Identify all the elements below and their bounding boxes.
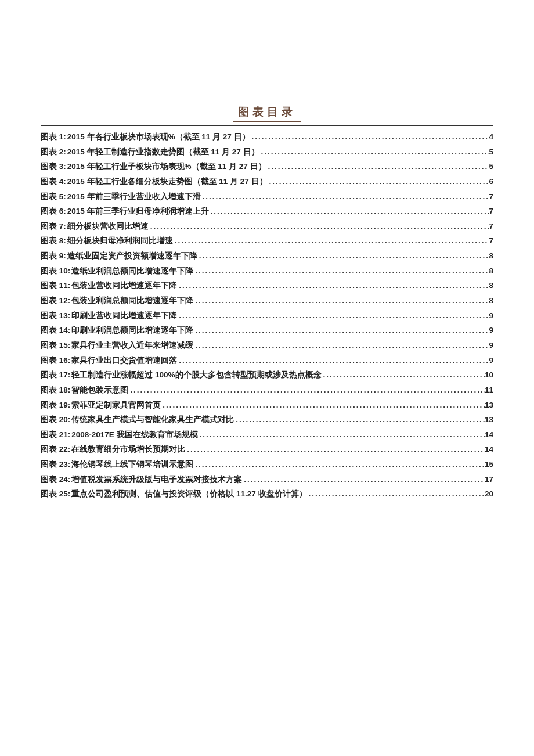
toc-leader-dots xyxy=(161,398,485,413)
toc-entry-label: 图表 14: xyxy=(41,323,71,338)
toc-entry-page: 20 xyxy=(485,487,493,502)
toc-entry-label: 图表 10: xyxy=(41,264,71,279)
toc-leader-dots xyxy=(234,412,485,427)
toc-entry-text: 家具行业主营收入近年来增速减缓 xyxy=(71,338,193,353)
toc-entry[interactable]: 图表 2:2015 年轻工制造行业指数走势图（截至 11 月 27 日）5 xyxy=(41,145,493,160)
toc-entry-text: 2015 年轻工行业各细分板块走势图（截至 11 月 27 日） xyxy=(67,174,268,189)
toc-entry[interactable]: 图表 22:在线教育细分市场增长预期对比14 xyxy=(41,442,493,457)
toc-leader-dots xyxy=(149,219,489,234)
toc-entry[interactable]: 图表 1:2015 年各行业板块市场表现%（截至 11 月 27 日）4 xyxy=(41,129,493,145)
toc-entry-label: 图表 20: xyxy=(41,412,71,427)
toc-entry-label: 图表 11: xyxy=(41,278,71,293)
toc-entry[interactable]: 图表 12:包装业利润总额同比增速逐年下降8 xyxy=(41,293,493,308)
toc-entry-text: 增值税发票系统升级版与电子发票对接技术方案 xyxy=(71,472,242,487)
toc-entry[interactable]: 图表 8:细分板块归母净利润同比增速7 xyxy=(41,233,493,249)
toc-leader-dots xyxy=(307,487,485,502)
toc-entry-text: 印刷业营收同比增速逐年下降 xyxy=(71,308,177,323)
toc-entry[interactable]: 图表 23:海伦钢琴线上线下钢琴培训示意图15 xyxy=(41,457,493,472)
toc-entry[interactable]: 图表 20:传统家具生产模式与智能化家具生产模式对比13 xyxy=(41,412,493,427)
toc-leader-dots xyxy=(198,427,485,442)
toc-entry-page: 5 xyxy=(489,145,493,160)
toc-entry-label: 图表 24: xyxy=(41,472,71,487)
toc-leader-dots xyxy=(177,308,489,323)
toc-leader-dots xyxy=(197,249,489,264)
toc-entry-label: 图表 7: xyxy=(41,219,67,234)
toc-entry[interactable]: 图表 18:智能包装示意图11 xyxy=(41,383,493,398)
toc-entry[interactable]: 图表 14:印刷业利润总额同比增速逐年下降9 xyxy=(41,323,493,338)
toc-entry-text: 重点公司盈利预测、估值与投资评级（价格以 11.27 收盘价计算） xyxy=(71,487,306,502)
toc-entry[interactable]: 图表 16:家具行业出口交货值增速回落9 xyxy=(41,353,493,368)
toc-leader-dots xyxy=(193,323,489,338)
toc-entry-label: 图表 21: xyxy=(41,427,71,442)
toc-leader-dots xyxy=(259,145,489,160)
toc-entry-page: 9 xyxy=(489,338,493,353)
toc-entry-text: 2015 年前三季行业归母净利润增速上升 xyxy=(67,204,209,219)
toc-leader-dots xyxy=(193,338,489,353)
toc-entry[interactable]: 图表 9:造纸业固定资产投资额增速逐年下降8 xyxy=(41,249,493,264)
toc-entry-label: 图表 8: xyxy=(41,233,67,249)
toc-entry-label: 图表 9: xyxy=(41,249,67,264)
toc-entry[interactable]: 图表 3:2015 年轻工行业子板块市场表现%（截至 11 月 27 日）5 xyxy=(41,159,493,174)
toc-entry[interactable]: 图表 17:轻工制造行业涨幅超过 100%的个股大多包含转型预期或涉及热点概念1… xyxy=(41,368,493,383)
toc-entry-page: 5 xyxy=(489,159,493,174)
toc-entry-label: 图表 4: xyxy=(41,174,67,189)
toc-entry[interactable]: 图表 10:造纸业利润总额同比增速逐年下降8 xyxy=(41,264,493,279)
toc-entry-page: 9 xyxy=(489,323,493,338)
toc-entry-label: 图表 5: xyxy=(41,189,67,204)
toc-entry-text: 细分板块营收同比增速 xyxy=(67,219,149,234)
toc-entry-label: 图表 16: xyxy=(41,353,71,368)
toc-leader-dots xyxy=(201,189,489,204)
toc-leader-dots xyxy=(128,383,485,398)
toc-entry[interactable]: 图表 11:包装业营收同比增速逐年下降8 xyxy=(41,278,493,293)
toc-entry[interactable]: 图表 6:2015 年前三季行业归母净利润增速上升7 xyxy=(41,204,493,219)
toc-entry-label: 图表 22: xyxy=(41,442,71,457)
figure-index-list: 图表 1:2015 年各行业板块市场表现%（截至 11 月 27 日）4图表 2… xyxy=(41,129,493,502)
toc-entry-page: 13 xyxy=(485,412,493,427)
toc-entry[interactable]: 图表 5:2015 年前三季行业营业收入增速下滑7 xyxy=(41,189,493,204)
toc-entry[interactable]: 图表 21:2008-2017E 我国在线教育市场规模14 xyxy=(41,427,493,442)
toc-entry[interactable]: 图表 25:重点公司盈利预测、估值与投资评级（价格以 11.27 收盘价计算）2… xyxy=(41,487,493,502)
toc-entry[interactable]: 图表 24:增值税发票系统升级版与电子发票对接技术方案17 xyxy=(41,472,493,487)
toc-entry[interactable]: 图表 4:2015 年轻工行业各细分板块走势图（截至 11 月 27 日）6 xyxy=(41,174,493,189)
toc-entry-text: 海伦钢琴线上线下钢琴培训示意图 xyxy=(71,457,193,472)
toc-entry-label: 图表 23: xyxy=(41,457,71,472)
toc-entry-text: 在线教育细分市场增长预期对比 xyxy=(71,442,185,457)
toc-entry-text: 2015 年各行业板块市场表现%（截至 11 月 27 日） xyxy=(67,129,250,145)
toc-leader-dots xyxy=(173,233,489,249)
toc-entry-page: 8 xyxy=(489,293,493,308)
toc-entry[interactable]: 图表 15:家具行业主营收入近年来增速减缓9 xyxy=(41,338,493,353)
toc-entry-label: 图表 15: xyxy=(41,338,71,353)
toc-leader-dots xyxy=(242,472,485,487)
toc-entry-text: 索菲亚定制家具官网首页 xyxy=(71,398,161,413)
toc-entry-text: 造纸业固定资产投资额增速逐年下降 xyxy=(67,249,197,264)
toc-leader-dots xyxy=(193,264,489,279)
toc-leader-dots xyxy=(193,293,489,308)
page-title: 图表目录 xyxy=(233,105,301,122)
toc-entry-page: 7 xyxy=(489,204,493,219)
toc-entry[interactable]: 图表 13:印刷业营收同比增速逐年下降9 xyxy=(41,308,493,323)
toc-entry-text: 2015 年轻工行业子板块市场表现%（截至 11 月 27 日） xyxy=(67,159,266,174)
toc-leader-dots xyxy=(268,174,489,189)
toc-entry-label: 图表 1: xyxy=(41,129,67,145)
toc-entry-text: 包装业利润总额同比增速逐年下降 xyxy=(71,293,193,308)
toc-leader-dots xyxy=(209,204,489,219)
toc-entry-page: 17 xyxy=(485,472,493,487)
toc-entry-text: 细分板块归母净利润同比增速 xyxy=(67,233,173,249)
toc-entry-text: 造纸业利润总额同比增速逐年下降 xyxy=(71,264,193,279)
toc-entry-text: 包装业营收同比增速逐年下降 xyxy=(71,278,177,293)
toc-entry-text: 2015 年前三季行业营业收入增速下滑 xyxy=(67,189,201,204)
toc-entry-label: 图表 12: xyxy=(41,293,71,308)
toc-entry-page: 7 xyxy=(489,233,493,249)
toc-entry-label: 图表 6: xyxy=(41,204,67,219)
toc-entry[interactable]: 图表 19:索菲亚定制家具官网首页13 xyxy=(41,398,493,413)
toc-leader-dots xyxy=(185,442,485,457)
toc-entry[interactable]: 图表 7:细分板块营收同比增速7 xyxy=(41,219,493,234)
toc-entry-label: 图表 13: xyxy=(41,308,71,323)
toc-entry-page: 8 xyxy=(489,249,493,264)
toc-entry-page: 4 xyxy=(489,129,493,145)
toc-leader-dots xyxy=(266,159,489,174)
toc-entry-text: 家具行业出口交货值增速回落 xyxy=(71,353,177,368)
toc-entry-text: 传统家具生产模式与智能化家具生产模式对比 xyxy=(71,412,234,427)
toc-entry-page: 10 xyxy=(485,368,493,383)
toc-entry-page: 8 xyxy=(489,278,493,293)
